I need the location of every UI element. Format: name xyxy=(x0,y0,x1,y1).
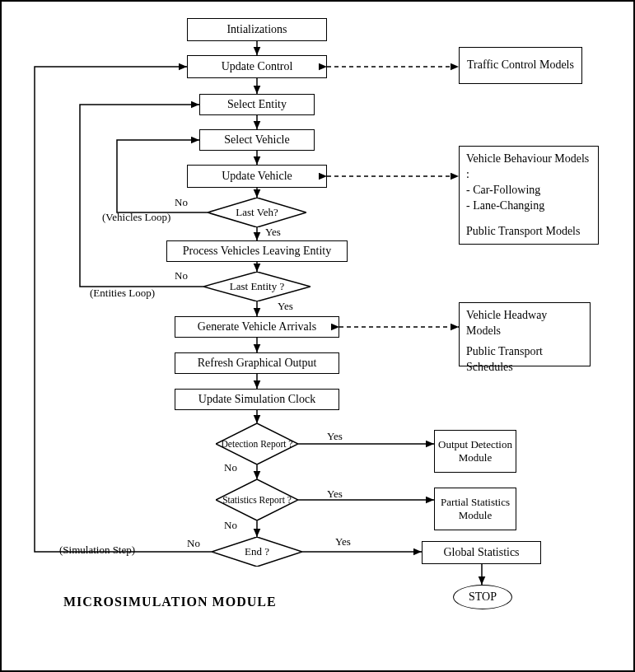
sidebox-headway: Vehicle Headway Models Public Transport … xyxy=(459,302,591,366)
decision-last-entity: Last Entity ? xyxy=(203,272,310,301)
label-no-det: No xyxy=(224,461,237,474)
label-no-stat: No xyxy=(224,519,237,532)
label-no-end: No xyxy=(187,537,200,550)
sidebox-line: Public Transport Models xyxy=(466,224,591,240)
node-stop: STOP xyxy=(453,585,512,609)
label-no-veh: No xyxy=(175,196,188,209)
label-no-entity: No xyxy=(175,269,188,282)
sidebox-line: Vehicle Behaviour Models : xyxy=(466,152,591,183)
node-label: Select Vehicle xyxy=(224,133,289,147)
node-label: Intializations xyxy=(226,23,287,37)
node-initializations: Intializations xyxy=(187,18,327,41)
node-label: Statistics Report ? xyxy=(222,495,292,506)
node-refresh-output: Refresh Graphical Output xyxy=(175,352,339,374)
sidebox-line: Public Transport Schedules xyxy=(466,344,583,376)
label-yes-det: Yes xyxy=(327,430,343,443)
node-label: Update Vehicle xyxy=(222,170,292,184)
node-select-vehicle: Select Vehicle xyxy=(199,129,315,151)
node-label: Process Vehicles Leaving Entity xyxy=(183,245,332,259)
node-output-detection: Output Detection Module xyxy=(434,430,516,473)
node-label: Update Simulation Clock xyxy=(198,393,315,407)
node-label: Last Veh? xyxy=(236,207,278,218)
decision-end: End ? xyxy=(212,537,302,567)
sidebox-vehicle-behaviour: Vehicle Behaviour Models : - Car-Followi… xyxy=(459,146,599,245)
decision-last-veh: Last Veh? xyxy=(208,198,306,227)
node-label: Output Detection Module xyxy=(435,438,516,464)
diagram-title: MICROSIMULATION MODULE xyxy=(63,595,277,609)
label-yes-entity: Yes xyxy=(278,300,293,313)
sidebox-traffic-control: Traffic Control Models xyxy=(459,47,582,84)
sidebox-line: - Lane-Changing xyxy=(466,198,591,214)
node-label: Update Control xyxy=(222,60,293,74)
node-label: Global Statistics xyxy=(443,546,519,560)
node-process-leaving: Process Vehicles Leaving Entity xyxy=(166,240,348,262)
sidebox-text: Traffic Control Models xyxy=(467,58,574,73)
node-label: Last Entity ? xyxy=(230,281,284,292)
node-label: Generate Vehicle Arrivals xyxy=(198,320,316,334)
sidebox-line: - Car-Following xyxy=(466,183,591,198)
node-label: Detection Report ? xyxy=(222,439,293,450)
node-label: Refresh Graphical Output xyxy=(198,357,317,371)
label-vehicles-loop: (Vehicles Loop) xyxy=(102,211,170,224)
sidebox-line: Vehicle Headway Models xyxy=(466,308,583,339)
decision-statistics-report: Statistics Report ? xyxy=(216,479,298,520)
label-yes-end: Yes xyxy=(335,535,351,548)
node-label: End ? xyxy=(245,546,269,558)
node-label: Select Entity xyxy=(227,98,287,112)
node-update-clock: Update Simulation Clock xyxy=(175,389,339,410)
node-label: Partial Statistics Module xyxy=(435,496,516,521)
label-yes-stat: Yes xyxy=(327,488,343,501)
node-global-statistics: Global Statistics xyxy=(422,541,541,564)
node-update-vehicle: Update Vehicle xyxy=(187,165,327,188)
label-entities-loop: (Entities Loop) xyxy=(90,287,155,300)
node-update-control: Update Control xyxy=(187,55,327,78)
flowchart-canvas: Intializations Update Control Select Ent… xyxy=(0,0,635,672)
label-yes-veh: Yes xyxy=(265,226,281,239)
label-simulation-step: (Simulation Step) xyxy=(59,544,135,557)
node-generate-arrivals: Generate Vehicle Arrivals xyxy=(175,316,339,338)
node-select-entity: Select Entity xyxy=(199,94,315,115)
node-partial-statistics: Partial Statistics Module xyxy=(434,488,516,530)
node-label: STOP xyxy=(469,590,497,604)
decision-detection-report: Detection Report ? xyxy=(216,423,298,464)
